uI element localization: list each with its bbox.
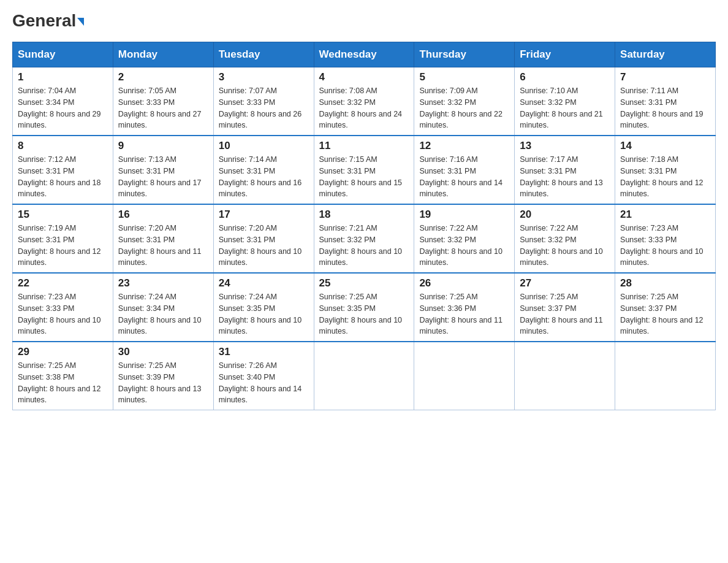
calendar-cell: 19Sunrise: 7:22 AMSunset: 3:32 PMDayligh…: [414, 204, 515, 273]
day-info: Sunrise: 7:11 AMSunset: 3:31 PMDaylight:…: [620, 85, 710, 131]
day-info: Sunrise: 7:10 AMSunset: 3:32 PMDaylight:…: [520, 85, 610, 131]
logo-text-line1: General: [12, 12, 84, 29]
weekday-header-tuesday: Tuesday: [213, 42, 314, 67]
day-number: 12: [419, 140, 509, 152]
day-number: 4: [319, 71, 409, 83]
day-number: 6: [520, 71, 610, 83]
calendar-cell: 14Sunrise: 7:18 AMSunset: 3:31 PMDayligh…: [615, 136, 716, 204]
day-number: 10: [219, 140, 309, 152]
day-info: Sunrise: 7:20 AMSunset: 3:31 PMDaylight:…: [118, 223, 208, 269]
calendar-cell: 15Sunrise: 7:19 AMSunset: 3:31 PMDayligh…: [13, 204, 113, 273]
day-number: 18: [319, 209, 409, 221]
day-number: 5: [419, 71, 509, 83]
calendar-cell: 20Sunrise: 7:22 AMSunset: 3:32 PMDayligh…: [515, 204, 615, 273]
calendar-cell: 9Sunrise: 7:13 AMSunset: 3:31 PMDaylight…: [113, 136, 213, 204]
day-info: Sunrise: 7:12 AMSunset: 3:31 PMDaylight:…: [18, 154, 108, 200]
calendar-cell: 26Sunrise: 7:25 AMSunset: 3:36 PMDayligh…: [414, 273, 515, 342]
day-info: Sunrise: 7:05 AMSunset: 3:33 PMDaylight:…: [118, 85, 208, 131]
day-number: 1: [18, 71, 108, 83]
day-info: Sunrise: 7:25 AMSunset: 3:35 PMDaylight:…: [319, 291, 409, 337]
calendar-cell: 27Sunrise: 7:25 AMSunset: 3:37 PMDayligh…: [515, 273, 615, 342]
day-number: 2: [118, 71, 208, 83]
calendar-cell: 1Sunrise: 7:04 AMSunset: 3:34 PMDaylight…: [13, 67, 113, 136]
day-info: Sunrise: 7:26 AMSunset: 3:40 PMDaylight:…: [219, 360, 309, 406]
calendar-cell: 2Sunrise: 7:05 AMSunset: 3:33 PMDaylight…: [113, 67, 213, 136]
day-info: Sunrise: 7:24 AMSunset: 3:35 PMDaylight:…: [219, 291, 309, 337]
day-number: 25: [319, 277, 409, 289]
calendar-cell: 29Sunrise: 7:25 AMSunset: 3:38 PMDayligh…: [13, 342, 113, 410]
calendar-header: SundayMondayTuesdayWednesdayThursdayFrid…: [13, 42, 716, 67]
calendar-cell: 21Sunrise: 7:23 AMSunset: 3:33 PMDayligh…: [615, 204, 716, 273]
day-info: Sunrise: 7:23 AMSunset: 3:33 PMDaylight:…: [620, 223, 710, 269]
day-number: 31: [219, 346, 309, 358]
day-info: Sunrise: 7:23 AMSunset: 3:33 PMDaylight:…: [18, 291, 108, 337]
calendar-cell: 17Sunrise: 7:20 AMSunset: 3:31 PMDayligh…: [213, 204, 314, 273]
day-number: 15: [18, 209, 108, 221]
calendar-body: 1Sunrise: 7:04 AMSunset: 3:34 PMDaylight…: [13, 67, 716, 410]
day-info: Sunrise: 7:15 AMSunset: 3:31 PMDaylight:…: [319, 154, 409, 200]
calendar-cell: [515, 342, 615, 410]
day-info: Sunrise: 7:04 AMSunset: 3:34 PMDaylight:…: [18, 85, 108, 131]
day-number: 24: [219, 277, 309, 289]
calendar-cell: 13Sunrise: 7:17 AMSunset: 3:31 PMDayligh…: [515, 136, 615, 204]
calendar-week-row: 8Sunrise: 7:12 AMSunset: 3:31 PMDaylight…: [13, 136, 716, 204]
day-number: 7: [620, 71, 710, 83]
day-number: 11: [319, 140, 409, 152]
day-info: Sunrise: 7:20 AMSunset: 3:31 PMDaylight:…: [219, 223, 309, 269]
day-info: Sunrise: 7:17 AMSunset: 3:31 PMDaylight:…: [520, 154, 610, 200]
calendar-cell: 16Sunrise: 7:20 AMSunset: 3:31 PMDayligh…: [113, 204, 213, 273]
weekday-header-row: SundayMondayTuesdayWednesdayThursdayFrid…: [13, 42, 716, 67]
day-info: Sunrise: 7:25 AMSunset: 3:39 PMDaylight:…: [118, 360, 208, 406]
day-info: Sunrise: 7:16 AMSunset: 3:31 PMDaylight:…: [419, 154, 509, 200]
calendar-cell: 3Sunrise: 7:07 AMSunset: 3:33 PMDaylight…: [213, 67, 314, 136]
weekday-header-thursday: Thursday: [414, 42, 515, 67]
day-info: Sunrise: 7:21 AMSunset: 3:32 PMDaylight:…: [319, 223, 409, 269]
day-info: Sunrise: 7:25 AMSunset: 3:38 PMDaylight:…: [18, 360, 108, 406]
calendar-cell: [314, 342, 414, 410]
calendar-week-row: 15Sunrise: 7:19 AMSunset: 3:31 PMDayligh…: [13, 204, 716, 273]
calendar-week-row: 1Sunrise: 7:04 AMSunset: 3:34 PMDaylight…: [13, 67, 716, 136]
day-info: Sunrise: 7:07 AMSunset: 3:33 PMDaylight:…: [219, 85, 309, 131]
page-header: General: [12, 12, 716, 31]
calendar-cell: 8Sunrise: 7:12 AMSunset: 3:31 PMDaylight…: [13, 136, 113, 204]
day-info: Sunrise: 7:22 AMSunset: 3:32 PMDaylight:…: [520, 223, 610, 269]
day-number: 14: [620, 140, 710, 152]
day-number: 29: [18, 346, 108, 358]
calendar-cell: 10Sunrise: 7:14 AMSunset: 3:31 PMDayligh…: [213, 136, 314, 204]
logo: General: [12, 12, 84, 31]
day-number: 3: [219, 71, 309, 83]
day-number: 23: [118, 277, 208, 289]
calendar-table: SundayMondayTuesdayWednesdayThursdayFrid…: [12, 42, 716, 410]
weekday-header-friday: Friday: [515, 42, 615, 67]
day-number: 26: [419, 277, 509, 289]
calendar-cell: 5Sunrise: 7:09 AMSunset: 3:32 PMDaylight…: [414, 67, 515, 136]
day-number: 16: [118, 209, 208, 221]
calendar-cell: 4Sunrise: 7:08 AMSunset: 3:32 PMDaylight…: [314, 67, 414, 136]
calendar-cell: 28Sunrise: 7:25 AMSunset: 3:37 PMDayligh…: [615, 273, 716, 342]
day-info: Sunrise: 7:18 AMSunset: 3:31 PMDaylight:…: [620, 154, 710, 200]
calendar-cell: 11Sunrise: 7:15 AMSunset: 3:31 PMDayligh…: [314, 136, 414, 204]
day-number: 20: [520, 209, 610, 221]
calendar-cell: 18Sunrise: 7:21 AMSunset: 3:32 PMDayligh…: [314, 204, 414, 273]
day-number: 22: [18, 277, 108, 289]
day-info: Sunrise: 7:25 AMSunset: 3:37 PMDaylight:…: [520, 291, 610, 337]
day-number: 9: [118, 140, 208, 152]
weekday-header-sunday: Sunday: [13, 42, 113, 67]
calendar-cell: 12Sunrise: 7:16 AMSunset: 3:31 PMDayligh…: [414, 136, 515, 204]
day-info: Sunrise: 7:22 AMSunset: 3:32 PMDaylight:…: [419, 223, 509, 269]
weekday-header-wednesday: Wednesday: [314, 42, 414, 67]
calendar-cell: [414, 342, 515, 410]
day-number: 17: [219, 209, 309, 221]
weekday-header-monday: Monday: [113, 42, 213, 67]
calendar-week-row: 29Sunrise: 7:25 AMSunset: 3:38 PMDayligh…: [13, 342, 716, 410]
day-info: Sunrise: 7:14 AMSunset: 3:31 PMDaylight:…: [219, 154, 309, 200]
calendar-cell: 31Sunrise: 7:26 AMSunset: 3:40 PMDayligh…: [213, 342, 314, 410]
day-info: Sunrise: 7:24 AMSunset: 3:34 PMDaylight:…: [118, 291, 208, 337]
calendar-cell: [615, 342, 716, 410]
day-info: Sunrise: 7:08 AMSunset: 3:32 PMDaylight:…: [319, 85, 409, 131]
day-number: 21: [620, 209, 710, 221]
day-number: 19: [419, 209, 509, 221]
weekday-header-saturday: Saturday: [615, 42, 716, 67]
day-info: Sunrise: 7:25 AMSunset: 3:37 PMDaylight:…: [620, 291, 710, 337]
calendar-cell: 7Sunrise: 7:11 AMSunset: 3:31 PMDaylight…: [615, 67, 716, 136]
